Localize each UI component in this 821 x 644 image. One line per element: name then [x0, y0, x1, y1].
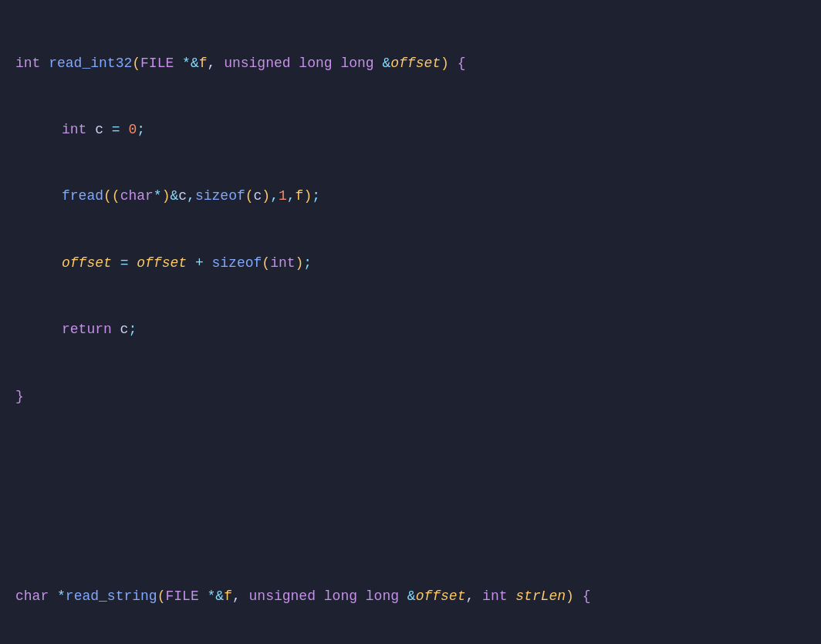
code-line-7: [15, 452, 806, 474]
code-line-8: [15, 518, 806, 541]
code-line-6: }: [15, 386, 806, 408]
code-line-5: return c;: [15, 319, 806, 341]
code-line-1: int read_int32(FILE *&f, unsigned long l…: [15, 52, 806, 75]
code-line-3: fread((char*)&c,sizeof(c),1,f);: [15, 185, 806, 207]
code-line-9: char *read_string(FILE *&f, unsigned lon…: [15, 585, 806, 608]
code-line-2: int c = 0;: [15, 119, 806, 141]
code-line-4: offset = offset + sizeof(int);: [15, 252, 806, 275]
code-editor[interactable]: int read_int32(FILE *&f, unsigned long l…: [0, 0, 821, 644]
